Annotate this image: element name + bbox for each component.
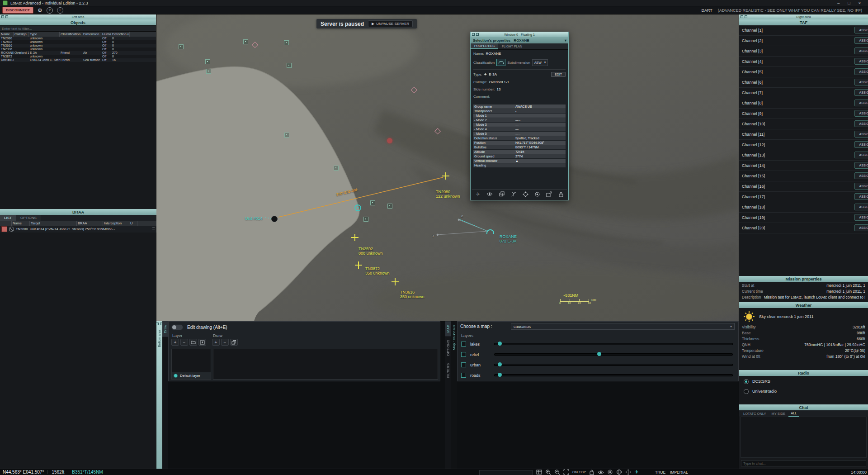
assign-button[interactable]: ASSIGN xyxy=(854,58,868,65)
tab-properties[interactable]: PROPERTIES xyxy=(471,43,498,49)
info-icon[interactable]: i xyxy=(57,7,63,14)
radio-option-universradio[interactable]: UniversRadio xyxy=(739,386,868,396)
layer-add-button[interactable]: + xyxy=(171,339,179,346)
assign-button[interactable]: ASSIGN xyxy=(854,141,868,148)
datalink-antenna-icon[interactable] xyxy=(509,190,518,198)
table-row[interactable]: TN3616unknownOff0 xyxy=(0,44,156,48)
draw-add-button[interactable]: + xyxy=(212,339,220,346)
table-row[interactable]: TN2592unknownOff0 xyxy=(0,40,156,44)
table-row[interactable]: ROXANEOverlord 1-1E-3AFriendAirOff270 xyxy=(0,51,156,55)
assign-button[interactable]: ASSIGN xyxy=(854,204,868,210)
checkbox-roads[interactable] xyxy=(461,373,466,378)
statusbar-input[interactable] xyxy=(479,470,533,475)
center-crosshair-icon[interactable] xyxy=(521,190,529,198)
assign-button[interactable]: ASSIGN xyxy=(854,120,868,127)
assign-button[interactable]: ASSIGN xyxy=(854,162,868,169)
checkbox-relief[interactable] xyxy=(461,352,466,357)
table-row[interactable]: TN3872unknownOff0 xyxy=(0,55,156,58)
tab-options[interactable]: OPTIONS xyxy=(445,336,451,360)
export-window-icon[interactable] xyxy=(545,190,553,198)
slider-handle[interactable] xyxy=(597,352,601,356)
lock-icon[interactable] xyxy=(557,190,565,198)
record-circle-icon[interactable] xyxy=(533,190,541,198)
assign-button[interactable]: ASSIGN xyxy=(854,193,868,200)
close-button[interactable]: × xyxy=(859,1,861,5)
units-toggle[interactable]: IMPERIAL xyxy=(670,470,688,475)
bottom-area-header[interactable]: Bottom area xyxy=(156,321,162,469)
unpause-server-button[interactable]: ▶ UNPAUSE SERVER xyxy=(368,20,413,27)
assign-button[interactable]: ASSIGN xyxy=(854,100,868,106)
edit-type-button[interactable]: EDIT xyxy=(551,72,566,77)
row-menu-icon[interactable]: ☰ xyxy=(152,227,155,231)
zoom-in-icon[interactable] xyxy=(545,469,551,475)
visibility-eye-icon[interactable] xyxy=(486,190,494,198)
grid-icon[interactable] xyxy=(536,469,542,475)
dart-label[interactable]: DART xyxy=(701,8,712,13)
tab-list[interactable]: LIST xyxy=(0,215,16,221)
settings-gear-icon[interactable]: ⚙ xyxy=(38,7,42,14)
chat-input[interactable] xyxy=(741,460,866,466)
pan-move-icon[interactable] xyxy=(625,469,631,475)
slider-handle[interactable] xyxy=(498,362,502,366)
classification-friend-air-icon[interactable] xyxy=(496,59,505,66)
map-tab-title-strip[interactable]: Map : caucasus xyxy=(451,321,457,469)
eye-icon[interactable] xyxy=(598,470,604,475)
edit-drawing-toggle[interactable] xyxy=(171,324,183,330)
tab-map[interactable]: MAP xyxy=(445,321,451,336)
chat-tab-my-side[interactable]: MY SIDE xyxy=(769,411,788,416)
map-region[interactable]: TN2080122 unknownTN2592000 unknownTN3872… xyxy=(156,14,739,321)
chat-tab-lotatc-only[interactable]: LOTATC ONLY xyxy=(741,411,768,416)
layer-save-button[interactable] xyxy=(198,339,206,346)
assign-button[interactable]: ASSIGN xyxy=(854,68,868,75)
maximize-button[interactable]: □ xyxy=(848,1,850,5)
tab-filters[interactable]: FILTERS xyxy=(445,360,451,381)
assign-button[interactable]: ASSIGN xyxy=(854,79,868,86)
tab-draw[interactable]: Draw xyxy=(162,321,168,337)
assign-button[interactable]: ASSIGN xyxy=(854,89,868,96)
assign-button[interactable]: ASSIGN xyxy=(854,172,868,179)
radio-option-dcssrs[interactable]: DCS:SRS xyxy=(739,376,868,386)
opacity-slider-lakes[interactable] xyxy=(494,343,733,345)
layer-remove-button[interactable]: − xyxy=(180,339,188,346)
table-row[interactable]: TN2336unknownOff0 xyxy=(0,48,156,51)
layer-open-button[interactable] xyxy=(189,339,197,346)
checkbox-lakes[interactable] xyxy=(461,342,466,347)
help-icon[interactable]: ? xyxy=(47,7,53,14)
tab-options[interactable]: OPTIONS xyxy=(16,215,41,221)
opacity-slider-urban[interactable] xyxy=(494,364,733,366)
draw-objects-list[interactable] xyxy=(213,349,438,380)
assign-button[interactable]: ASSIGN xyxy=(854,48,868,54)
delete-interception-button[interactable] xyxy=(1,226,7,232)
objects-filter-input[interactable] xyxy=(0,25,156,32)
lock-icon[interactable] xyxy=(589,469,594,475)
draw-copy-button[interactable] xyxy=(230,339,238,346)
assign-button[interactable]: ASSIGN xyxy=(854,110,868,117)
opacity-slider-relief[interactable] xyxy=(494,353,733,356)
true-north-toggle[interactable]: TRUE xyxy=(655,470,665,475)
fullscreen-icon[interactable] xyxy=(563,469,569,475)
chat-tab-all[interactable]: ALL xyxy=(788,411,799,417)
assign-button[interactable]: ASSIGN xyxy=(854,152,868,158)
table-row[interactable]: Unit #014CVN-74 John C. StennisFriendSea… xyxy=(0,58,156,62)
draw-remove-button[interactable]: − xyxy=(221,339,229,346)
assign-button[interactable]: ASSIGN xyxy=(854,37,868,44)
selection-properties-header[interactable]: Selection's properties - ROXANE ▾ xyxy=(471,37,568,43)
right-area-header[interactable]: Right area xyxy=(739,14,868,19)
assign-button[interactable]: ASSIGN xyxy=(854,214,868,221)
assign-button[interactable]: ASSIGN xyxy=(854,183,868,190)
disconnect-button[interactable]: DISCONNECT xyxy=(2,7,33,14)
globe-icon[interactable] xyxy=(616,469,622,475)
slider-handle[interactable] xyxy=(498,342,502,346)
opacity-slider-roads[interactable] xyxy=(494,374,733,376)
subdimension-select[interactable]: AEW ▾ xyxy=(532,59,548,66)
carrier-plane-icon[interactable]: ✈ xyxy=(634,469,638,475)
assign-button[interactable]: ASSIGN xyxy=(854,224,868,231)
table-row[interactable]: TN2080unknownOff0 xyxy=(0,37,156,40)
chat-messages-area[interactable] xyxy=(741,417,867,458)
tab-flight-plan[interactable]: FLIGHT PLAN xyxy=(498,43,526,49)
map-select[interactable]: caucasus ▾ xyxy=(511,323,735,330)
left-area-header[interactable]: Left area xyxy=(0,14,156,19)
checkbox-urban[interactable] xyxy=(461,362,466,367)
braa-row[interactable]: TN2080Unit #014 [CVN-74 John C. Stennis]… xyxy=(0,226,156,233)
on-top-toggle[interactable]: ON TOP xyxy=(572,470,586,474)
